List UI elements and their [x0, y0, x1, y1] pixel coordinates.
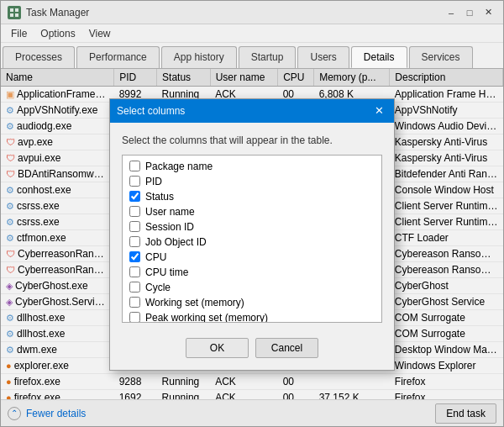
svg-rect-2 — [10, 13, 13, 17]
column-checkbox-4[interactable] — [129, 221, 140, 232]
columns-list: Package namePIDStatusUser nameSession ID… — [123, 156, 381, 323]
tab-details[interactable]: Details — [351, 46, 407, 68]
select-columns-dialog: Select columns ✕ Select the columns that… — [109, 98, 395, 371]
menu-view[interactable]: View — [82, 26, 118, 41]
tab-startup[interactable]: Startup — [239, 46, 297, 68]
svg-rect-3 — [15, 13, 18, 17]
dialog-description: Select the columns that will appear in t… — [122, 134, 382, 146]
column-checkbox-item[interactable]: CPU time — [123, 265, 381, 280]
column-label: CPU — [145, 251, 166, 263]
column-checkbox-8[interactable] — [129, 282, 140, 293]
content-area: Name PID Status User name CPU Memory (p.… — [1, 69, 503, 399]
column-checkbox-1[interactable] — [129, 176, 140, 187]
menu-options[interactable]: Options — [34, 26, 81, 41]
window-controls: – □ ✕ — [443, 5, 496, 20]
task-manager-window: Task Manager – □ ✕ File Options View Pro… — [0, 0, 504, 427]
dialog-overlay: Select columns ✕ Select the columns that… — [1, 69, 503, 399]
tab-services[interactable]: Services — [409, 46, 473, 68]
column-label: Package name — [145, 161, 213, 172]
column-label: PID — [145, 176, 162, 187]
column-label: User name — [145, 206, 195, 218]
column-label: Session ID — [145, 221, 194, 233]
fewer-details-icon: ⌃ — [8, 407, 21, 420]
column-checkbox-2[interactable] — [129, 191, 140, 202]
fewer-details-label: Fewer details — [26, 408, 86, 419]
column-label: Cycle — [145, 282, 171, 293]
tab-processes[interactable]: Processes — [3, 46, 75, 68]
column-label: Status — [145, 191, 174, 203]
tab-performance[interactable]: Performance — [76, 46, 160, 68]
column-label: CPU time — [145, 266, 188, 278]
ok-button[interactable]: OK — [186, 338, 249, 358]
column-label: Working set (memory) — [145, 297, 244, 308]
column-checkbox-item[interactable]: Peak working set (memory) — [123, 310, 381, 323]
maximize-button[interactable]: □ — [461, 5, 478, 20]
column-checkbox-5[interactable] — [129, 236, 140, 247]
column-checkbox-item[interactable]: Package name — [123, 159, 381, 174]
dialog-list-container[interactable]: Package namePIDStatusUser nameSession ID… — [122, 155, 382, 323]
column-checkbox-item[interactable]: PID — [123, 174, 381, 189]
status-bar: ⌃ Fewer details End task — [1, 399, 503, 426]
dialog-title: Select columns — [117, 105, 370, 117]
column-checkbox-6[interactable] — [129, 251, 140, 262]
end-task-button[interactable]: End task — [435, 403, 496, 424]
tab-users[interactable]: Users — [297, 46, 349, 68]
dialog-title-bar: Select columns ✕ — [110, 99, 394, 123]
dialog-close-button[interactable]: ✕ — [370, 103, 387, 119]
column-checkbox-10[interactable] — [129, 312, 140, 323]
tab-bar: Processes Performance App history Startu… — [1, 43, 503, 69]
column-checkbox-9[interactable] — [129, 297, 140, 308]
menu-file[interactable]: File — [4, 26, 34, 41]
column-checkbox-item[interactable]: Working set (memory) — [123, 295, 381, 310]
column-checkbox-0[interactable] — [129, 161, 140, 171]
tab-app-history[interactable]: App history — [161, 46, 237, 68]
column-checkbox-3[interactable] — [129, 206, 140, 217]
svg-rect-0 — [10, 8, 13, 12]
column-checkbox-item[interactable]: Cycle — [123, 280, 381, 295]
fewer-details-button[interactable]: ⌃ Fewer details — [8, 407, 86, 420]
column-checkbox-7[interactable] — [129, 266, 140, 277]
column-label: Job Object ID — [145, 236, 207, 248]
svg-rect-1 — [15, 8, 18, 12]
dialog-footer: OK Cancel — [110, 329, 394, 370]
minimize-button[interactable]: – — [443, 5, 459, 20]
close-button[interactable]: ✕ — [480, 5, 496, 20]
menu-bar: File Options View — [1, 24, 503, 43]
column-checkbox-item[interactable]: CPU — [123, 250, 381, 265]
window-title: Task Manager — [26, 7, 443, 18]
app-icon — [8, 6, 21, 19]
column-checkbox-item[interactable]: Status — [123, 189, 381, 204]
column-checkbox-item[interactable]: User name — [123, 204, 381, 219]
column-checkbox-item[interactable]: Job Object ID — [123, 235, 381, 250]
cancel-button[interactable]: Cancel — [255, 338, 318, 358]
column-label: Peak working set (memory) — [145, 312, 268, 323]
column-checkbox-item[interactable]: Session ID — [123, 219, 381, 235]
dialog-body: Select the columns that will appear in t… — [110, 123, 394, 329]
title-bar: Task Manager – □ ✕ — [1, 1, 503, 24]
